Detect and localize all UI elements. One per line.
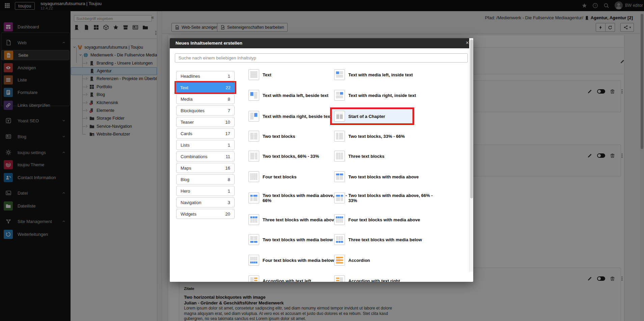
typo3-backend: { "colors":{ "accent_blue":"#3e93ee", "a… [0,0,644,321]
content-element-label: Start of a Chapter [348,114,412,119]
content-element-label: Accordion with text right [348,278,433,282]
ce-media-left-beside-icon [248,90,259,101]
tab-count-badge: 16 [225,166,230,171]
ce-3col-media-above-icon [248,214,259,225]
close-icon[interactable]: × [466,40,469,46]
content-element-option-three-text-blocks-with-media-below[interactable]: Three text blocks with media below [334,229,433,250]
content-element-option-text[interactable]: Text [248,65,347,85]
tab-blog[interactable]: Blog8 [176,174,235,184]
content-element-label: Two text blocks with media above, 66% - … [348,193,433,203]
ce-3col-icon [334,151,345,162]
content-element-option-three-text-blocks[interactable]: Three text blocks [334,146,433,166]
ce-4col-media-above-icon [334,214,345,225]
tab-cards[interactable]: Cards17 [176,128,235,139]
content-element-option-two-text-blocks-66-33-[interactable]: Two text blocks, 66% - 33% [248,146,347,166]
ce-accordion-text-right-icon [334,275,345,282]
content-element-option-text-with-media-left-inside-text[interactable]: Text with media left, inside text [334,65,433,85]
tab-lists[interactable]: Lists1 [176,140,235,150]
tab-maps[interactable]: Maps16 [176,163,235,173]
content-type-search-input[interactable] [175,53,468,63]
content-element-option-start-of-a-chapter[interactable]: Start of a Chapter [330,107,414,125]
ce-media-right-inside-icon [334,90,345,101]
tab-count-badge: 1 [228,74,230,79]
modal-scrollbar-thumb[interactable] [470,40,473,198]
tab-label: Teaser [181,120,194,125]
new-content-element-modal: Neues Inhaltselement erstellen×Headlines… [170,38,473,282]
tab-blockquotes[interactable]: Blockquotes7 [176,105,235,116]
content-element-option-two-text-blocks-with-media-above-66-33-[interactable]: Two text blocks with media above, 66% - … [334,188,433,208]
content-element-option-four-text-blocks-with-media-below[interactable]: Four text blocks with media below [248,250,347,270]
tab-count-badge: 8 [228,177,230,182]
content-element-option-text-with-media-right-inside-text[interactable]: Text with media right, inside text [334,85,433,105]
ce-3col-media-below-icon [334,234,345,245]
ce-2col-33-66-media-above-icon [248,193,259,203]
tab-label: Widgets [181,212,196,217]
content-element-option-accordion-with-text-right[interactable]: Accordion with text right [334,271,433,282]
tab-count-badge: 22 [226,85,231,90]
modal-title: Neues Inhaltselement erstellen [176,41,242,46]
modal-header: Neues Inhaltselement erstellen× [170,38,473,48]
modal-body: Headlines1Text22Media8Blockquotes7Teaser… [170,48,473,282]
tab-label: Cards [181,131,192,136]
ce-media-right-beside-icon [248,111,259,122]
content-element-label: Four text blocks with media above [348,217,433,222]
content-element-label: Text with media left, inside text [348,72,433,77]
content-element-label: Two text blocks with media above [348,174,433,179]
tab-label: Navigation [181,200,201,205]
tab-count-badge: 11 [226,154,231,159]
tab-label: Hero [181,189,190,194]
content-element-label: Accordion [348,258,433,263]
ce-chapter-icon [334,111,345,122]
content-element-option-four-text-blocks[interactable]: Four text blocks [248,167,347,187]
ce-accordion-icon [334,255,345,266]
tab-count-badge: 1 [228,189,230,194]
tab-label: Text [180,85,188,90]
ce-2col-media-below-icon [248,234,259,245]
tab-label: Lists [181,143,190,148]
tab-count-badge: 1 [228,143,230,148]
ce-4col-media-below-icon [248,255,259,266]
content-element-option-accordion-with-text-left[interactable]: Accordion with text left [248,271,347,282]
content-element-option-two-text-blocks-with-media-below[interactable]: Two text blocks with media below [248,229,347,250]
tab-count-badge: 17 [225,131,230,136]
content-element-option-text-with-media-left-beside-text[interactable]: Text with media left, beside text [248,85,347,105]
tab-label: Blog [181,177,189,182]
tab-label: Blockquotes [181,108,205,113]
tab-count-badge: 8 [228,97,230,102]
content-element-label: Three text blocks [348,154,433,159]
ce-2col-66-33-icon [248,151,259,162]
tab-label: Media [181,97,192,102]
annotation-highlight-box: Text22 [175,81,236,94]
tab-label: Headlines [181,74,200,79]
tab-count-badge: 7 [228,108,230,113]
modal-scrollbar[interactable] [469,38,473,272]
tab-teaser[interactable]: Teaser10 [176,117,235,127]
content-element-option-two-text-blocks-33-66-[interactable]: Two text blocks, 33% - 66% [334,126,433,146]
tab-media[interactable]: Media8 [176,94,235,104]
ce-2col-66-33-media-above-icon [334,193,345,203]
content-element-option-accordion[interactable]: Accordion [334,250,433,270]
tab-navigation[interactable]: Navigation3 [176,197,235,207]
tab-hero[interactable]: Hero1 [176,186,235,196]
content-element-label: Text with media right, inside text [348,93,433,98]
content-element-option-four-text-blocks-with-media-above[interactable]: Four text blocks with media above [334,209,433,230]
content-element-option-two-text-blocks-with-media-above-33-66-[interactable]: Two text blocks with media above, 33% - … [248,188,347,208]
tab-count-badge: 10 [225,120,230,125]
tab-label: Maps [181,166,191,171]
ce-text-icon [248,69,259,80]
content-element-label: Two text blocks, 33% - 66% [348,134,433,139]
content-element-option-three-text-blocks-with-media-above[interactable]: Three text blocks with media above [248,209,347,230]
ce-media-left-inside-icon [334,69,345,80]
tab-count-badge: 20 [225,212,230,217]
tab-text[interactable]: Text22 [176,82,235,93]
content-element-option-two-text-blocks-with-media-above[interactable]: Two text blocks with media above [334,167,433,187]
tab-label: Combinations [181,154,208,159]
content-element-option-two-text-blocks[interactable]: Two text blocks [248,126,347,146]
ce-2col-media-above-icon [334,171,345,182]
ce-4col-icon [248,171,259,182]
tab-widgets[interactable]: Widgets20 [176,209,235,219]
content-type-tabs: Headlines1Text22Media8Blockquotes7Teaser… [176,71,235,220]
content-element-label: Three text blocks with media below [348,237,433,242]
tab-headlines[interactable]: Headlines1 [176,71,235,81]
tab-combinations[interactable]: Combinations11 [176,151,235,162]
